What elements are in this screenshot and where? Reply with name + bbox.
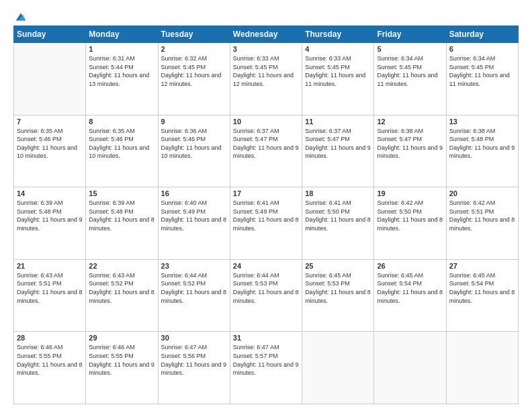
cell-info: Sunrise: 6:34 AM Sunset: 5:45 PM Dayligh… [449,54,515,88]
day-number: 15 [89,189,154,197]
day-number: 27 [449,262,515,270]
calendar-day-header: Tuesday [158,26,230,43]
cell-info: Sunrise: 6:45 AM Sunset: 5:53 PM Dayligh… [305,271,371,305]
calendar-cell: 14 Sunrise: 6:39 AM Sunset: 5:48 PM Dayl… [14,187,86,260]
calendar-cell: 20 Sunrise: 6:42 AM Sunset: 5:51 PM Dayl… [446,187,518,260]
day-number: 3 [233,45,299,53]
calendar-cell: 7 Sunrise: 6:35 AM Sunset: 5:46 PM Dayli… [14,115,86,187]
calendar-table: SundayMondayTuesdayWednesdayThursdayFrid… [13,26,519,404]
cell-info: Sunrise: 6:33 AM Sunset: 5:45 PM Dayligh… [305,54,371,88]
calendar-cell: 13 Sunrise: 6:38 AM Sunset: 5:48 PM Dayl… [446,115,518,187]
cell-info: Sunrise: 6:45 AM Sunset: 5:54 PM Dayligh… [377,271,443,305]
calendar-header-row: SundayMondayTuesdayWednesdayThursdayFrid… [14,26,519,43]
day-number: 23 [161,262,227,270]
calendar-cell [302,332,374,404]
cell-info: Sunrise: 6:46 AM Sunset: 5:55 PM Dayligh… [89,343,154,377]
day-number: 31 [233,334,299,342]
cell-info: Sunrise: 6:34 AM Sunset: 5:45 PM Dayligh… [377,54,443,88]
day-number: 10 [233,118,299,126]
day-number: 24 [233,262,299,270]
cell-info: Sunrise: 6:42 AM Sunset: 5:50 PM Dayligh… [377,199,443,232]
calendar-cell: 30 Sunrise: 6:47 AM Sunset: 5:56 PM Dayl… [158,332,230,404]
calendar-cell: 23 Sunrise: 6:44 AM Sunset: 5:52 PM Dayl… [158,259,230,332]
calendar-day-header: Thursday [302,26,374,43]
day-number: 20 [449,189,515,197]
calendar-day-header: Wednesday [230,26,302,43]
calendar-cell: 29 Sunrise: 6:46 AM Sunset: 5:55 PM Dayl… [86,332,158,404]
cell-info: Sunrise: 6:40 AM Sunset: 5:49 PM Dayligh… [161,199,227,232]
day-number: 9 [161,118,227,126]
calendar-cell: 18 Sunrise: 6:41 AM Sunset: 5:50 PM Dayl… [302,187,374,260]
day-number: 6 [449,45,515,53]
cell-info: Sunrise: 6:44 AM Sunset: 5:53 PM Dayligh… [233,271,299,305]
cell-info: Sunrise: 6:46 AM Sunset: 5:55 PM Dayligh… [17,343,83,377]
calendar-cell: 5 Sunrise: 6:34 AM Sunset: 5:45 PM Dayli… [374,43,446,116]
calendar-day-header: Sunday [14,26,86,43]
day-number: 30 [161,334,227,342]
cell-info: Sunrise: 6:37 AM Sunset: 5:47 PM Dayligh… [305,127,371,161]
cell-info: Sunrise: 6:42 AM Sunset: 5:51 PM Dayligh… [449,199,515,232]
calendar-cell: 6 Sunrise: 6:34 AM Sunset: 5:45 PM Dayli… [446,43,518,116]
calendar-cell: 28 Sunrise: 6:46 AM Sunset: 5:55 PM Dayl… [14,332,86,404]
cell-info: Sunrise: 6:41 AM Sunset: 5:50 PM Dayligh… [305,199,371,232]
calendar-cell: 26 Sunrise: 6:45 AM Sunset: 5:54 PM Dayl… [374,259,446,332]
cell-info: Sunrise: 6:39 AM Sunset: 5:48 PM Dayligh… [89,199,154,232]
calendar-cell: 21 Sunrise: 6:43 AM Sunset: 5:51 PM Dayl… [14,259,86,332]
cell-info: Sunrise: 6:35 AM Sunset: 5:46 PM Dayligh… [17,127,83,161]
cell-info: Sunrise: 6:33 AM Sunset: 5:45 PM Dayligh… [233,54,299,88]
cell-info: Sunrise: 6:39 AM Sunset: 5:48 PM Dayligh… [17,199,83,232]
cell-info: Sunrise: 6:43 AM Sunset: 5:52 PM Dayligh… [89,271,154,305]
calendar-day-header: Saturday [446,26,518,43]
calendar-cell: 19 Sunrise: 6:42 AM Sunset: 5:50 PM Dayl… [374,187,446,260]
calendar-cell: 16 Sunrise: 6:40 AM Sunset: 5:49 PM Dayl… [158,187,230,260]
calendar-week-row: 1 Sunrise: 6:31 AM Sunset: 5:44 PM Dayli… [14,43,519,116]
cell-info: Sunrise: 6:36 AM Sunset: 5:46 PM Dayligh… [161,127,227,161]
day-number: 25 [305,262,371,270]
logo-icon [15,11,27,23]
cell-info: Sunrise: 6:41 AM Sunset: 5:49 PM Dayligh… [233,199,299,232]
cell-info: Sunrise: 6:32 AM Sunset: 5:45 PM Dayligh… [161,54,227,88]
day-number: 5 [377,45,443,53]
cell-info: Sunrise: 6:43 AM Sunset: 5:51 PM Dayligh… [17,271,83,305]
day-number: 29 [89,334,154,342]
calendar-cell: 27 Sunrise: 6:45 AM Sunset: 5:54 PM Dayl… [446,259,518,332]
cell-info: Sunrise: 6:47 AM Sunset: 5:57 PM Dayligh… [233,343,299,377]
calendar-cell: 25 Sunrise: 6:45 AM Sunset: 5:53 PM Dayl… [302,259,374,332]
cell-info: Sunrise: 6:38 AM Sunset: 5:47 PM Dayligh… [377,127,443,161]
calendar-cell: 31 Sunrise: 6:47 AM Sunset: 5:57 PM Dayl… [230,332,302,404]
logo [13,11,27,20]
day-number: 4 [305,45,371,53]
day-number: 11 [305,118,371,126]
calendar-cell: 17 Sunrise: 6:41 AM Sunset: 5:49 PM Dayl… [230,187,302,260]
calendar-cell: 15 Sunrise: 6:39 AM Sunset: 5:48 PM Dayl… [86,187,158,260]
cell-info: Sunrise: 6:47 AM Sunset: 5:56 PM Dayligh… [161,343,227,377]
cell-info: Sunrise: 6:37 AM Sunset: 5:47 PM Dayligh… [233,127,299,161]
cell-info: Sunrise: 6:44 AM Sunset: 5:52 PM Dayligh… [161,271,227,305]
day-number: 19 [377,189,443,197]
day-number: 17 [233,189,299,197]
calendar-week-row: 7 Sunrise: 6:35 AM Sunset: 5:46 PM Dayli… [14,115,519,187]
calendar-cell: 11 Sunrise: 6:37 AM Sunset: 5:47 PM Dayl… [302,115,374,187]
calendar-cell: 10 Sunrise: 6:37 AM Sunset: 5:47 PM Dayl… [230,115,302,187]
day-number: 1 [89,45,154,53]
day-number: 8 [89,118,154,126]
calendar-cell: 8 Sunrise: 6:35 AM Sunset: 5:46 PM Dayli… [86,115,158,187]
calendar-cell: 2 Sunrise: 6:32 AM Sunset: 5:45 PM Dayli… [158,43,230,116]
calendar-cell: 3 Sunrise: 6:33 AM Sunset: 5:45 PM Dayli… [230,43,302,116]
day-number: 12 [377,118,443,126]
calendar-week-row: 28 Sunrise: 6:46 AM Sunset: 5:55 PM Dayl… [14,332,519,404]
cell-info: Sunrise: 6:38 AM Sunset: 5:48 PM Dayligh… [449,127,515,161]
day-number: 2 [161,45,227,53]
cell-info: Sunrise: 6:45 AM Sunset: 5:54 PM Dayligh… [449,271,515,305]
calendar-cell [374,332,446,404]
calendar-cell [14,43,86,116]
calendar-cell: 24 Sunrise: 6:44 AM Sunset: 5:53 PM Dayl… [230,259,302,332]
calendar-cell: 12 Sunrise: 6:38 AM Sunset: 5:47 PM Dayl… [374,115,446,187]
day-number: 22 [89,262,154,270]
day-number: 14 [17,189,83,197]
calendar-cell [446,332,518,404]
day-number: 21 [17,262,83,270]
day-number: 16 [161,189,227,197]
calendar-day-header: Friday [374,26,446,43]
calendar-week-row: 21 Sunrise: 6:43 AM Sunset: 5:51 PM Dayl… [14,259,519,332]
